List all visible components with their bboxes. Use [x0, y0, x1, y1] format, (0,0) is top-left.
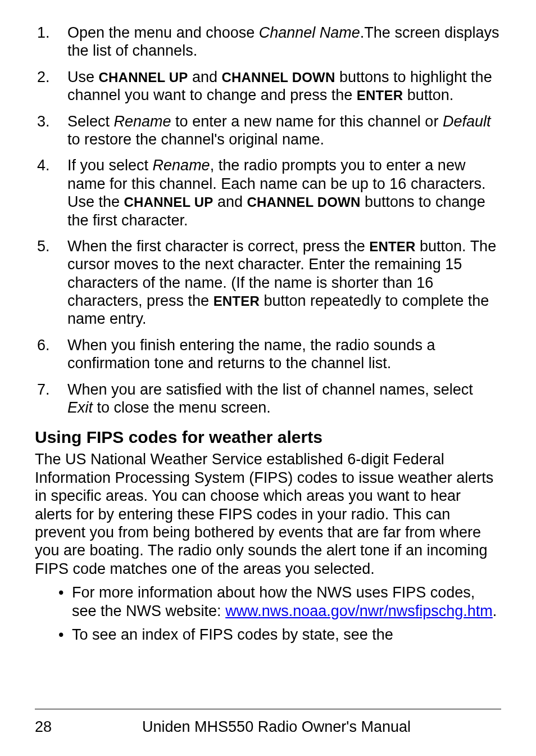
- text-run: Exit: [67, 399, 93, 416]
- step-number: 1.: [35, 24, 67, 60]
- bullet-body: To see an index of FIPS codes by state, …: [72, 626, 501, 644]
- text-run: If you select: [67, 157, 153, 174]
- text-run: CHANNEL DOWN: [247, 194, 361, 210]
- text-run: ENTER: [214, 293, 260, 309]
- step-number: 7.: [35, 381, 67, 417]
- text-run: Open the menu and choose: [67, 24, 259, 41]
- step-item: 4.If you select Rename, the radio prompt…: [35, 156, 501, 229]
- step-body: Open the menu and choose Channel Name.Th…: [67, 24, 501, 60]
- bullet-item: •For more information about how the NWS …: [35, 583, 501, 620]
- bullet-marker: •: [58, 626, 72, 644]
- step-item: 5.When the first character is correct, p…: [35, 237, 501, 328]
- text-run: and: [188, 69, 221, 85]
- text-run: to close the menu screen.: [93, 399, 271, 416]
- bullet-list: •For more information about how the NWS …: [35, 583, 501, 644]
- text-run: CHANNEL UP: [124, 194, 214, 210]
- footer-title: Uniden MHS550 Radio Owner's Manual: [108, 718, 501, 736]
- text-run: Use: [67, 69, 99, 85]
- bullet-body: For more information about how the NWS u…: [72, 583, 501, 620]
- text-run: Default: [443, 113, 491, 130]
- text-run: CHANNEL DOWN: [222, 70, 335, 85]
- step-number: 2.: [35, 68, 67, 105]
- numbered-steps: 1.Open the menu and choose Channel Name.…: [35, 24, 501, 417]
- step-number: 6.: [35, 336, 67, 373]
- step-number: 4.: [35, 156, 67, 229]
- section-heading: Using FIPS codes for weather alerts: [35, 428, 501, 447]
- step-item: 1.Open the menu and choose Channel Name.…: [35, 24, 501, 60]
- text-run: ENTER: [357, 88, 403, 103]
- section-paragraph: The US National Weather Service establis…: [35, 450, 501, 578]
- bullet-marker: •: [58, 583, 72, 620]
- step-body: Use CHANNEL UP and CHANNEL DOWN buttons …: [67, 68, 501, 105]
- step-body: If you select Rename, the radio prompts …: [67, 156, 501, 229]
- text-run: Rename: [114, 113, 171, 130]
- step-body: When you finish entering the name, the r…: [67, 336, 501, 373]
- step-item: 2.Use CHANNEL UP and CHANNEL DOWN button…: [35, 68, 501, 105]
- text-run: To see an index of FIPS codes by state, …: [72, 626, 393, 643]
- text-run: ENTER: [369, 239, 415, 254]
- text-run: CHANNEL UP: [99, 70, 188, 85]
- page-footer: 28 Uniden MHS550 Radio Owner's Manual: [35, 709, 501, 736]
- text-run: button.: [403, 87, 453, 103]
- text-run: and: [213, 193, 247, 210]
- text-run: Channel Name: [259, 24, 360, 41]
- hyperlink[interactable]: www.nws.noaa.gov/nwr/nwsfipschg.htm: [225, 603, 493, 619]
- text-run: When you finish entering the name, the r…: [67, 337, 435, 372]
- step-number: 3.: [35, 112, 67, 149]
- step-item: 7.When you are satisfied with the list o…: [35, 381, 501, 417]
- step-body: Select Rename to enter a new name for th…: [67, 112, 501, 149]
- text-run: .: [493, 603, 497, 619]
- step-body: When you are satisfied with the list of …: [67, 381, 501, 417]
- text-run: When you are satisfied with the list of …: [67, 381, 473, 398]
- page-number: 28: [35, 718, 108, 736]
- step-body: When the first character is correct, pre…: [67, 237, 501, 328]
- text-run: to restore the channel's original name.: [67, 131, 324, 148]
- text-run: Select: [67, 113, 114, 130]
- text-run: Rename: [153, 157, 210, 174]
- bullet-item: •To see an index of FIPS codes by state,…: [35, 626, 501, 644]
- text-run: to enter a new name for this channel or: [171, 113, 443, 130]
- step-item: 3.Select Rename to enter a new name for …: [35, 112, 501, 149]
- step-item: 6.When you finish entering the name, the…: [35, 336, 501, 373]
- text-run: When the first character is correct, pre…: [67, 238, 369, 255]
- step-number: 5.: [35, 237, 67, 328]
